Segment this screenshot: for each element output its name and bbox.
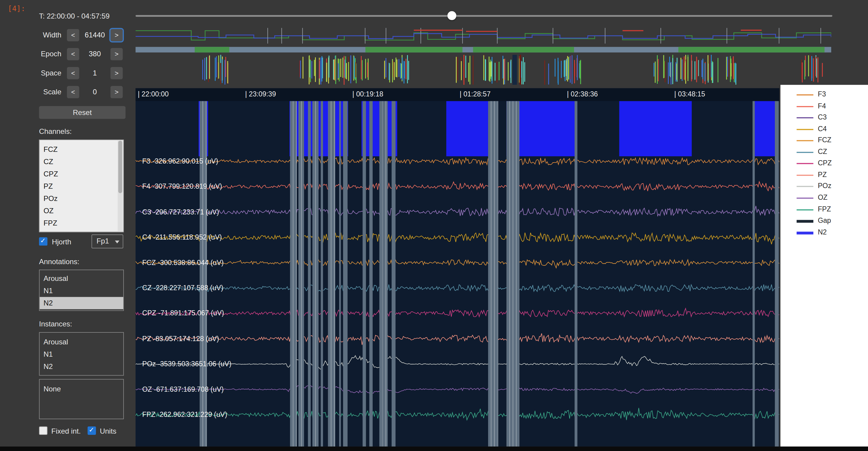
channels-scrollbar-thumb[interactable] [118, 141, 122, 193]
space-value: 1 [81, 67, 110, 79]
scale-increment-button[interactable]: > [111, 86, 123, 98]
annotations-list-item[interactable]: Arousal [39, 273, 123, 285]
legend-line-swatch [797, 140, 813, 141]
gap-band [363, 101, 366, 447]
channels-list-item[interactable]: FCZ [39, 143, 123, 156]
channels-scrollbar[interactable] [118, 141, 123, 231]
eeg-trace-CPZ [135, 308, 779, 318]
annotations-label: Annotations: [39, 257, 80, 265]
activity-strip[interactable] [135, 55, 831, 85]
legend-item: FPZ [797, 204, 864, 215]
legend-line-swatch [797, 152, 813, 153]
stage-bar[interactable] [135, 47, 831, 53]
legend-item-label: OZ [818, 194, 827, 201]
channel-label: PZ -83.057:174.128 (uV) [143, 335, 219, 343]
annotations-list-item[interactable]: N1 [39, 285, 123, 297]
legend-item: FCZ [797, 135, 864, 146]
channels-label: Channels: [39, 127, 72, 136]
hypnogram-overview[interactable] [135, 27, 831, 45]
space-stepper: Space < 1 > [39, 67, 124, 79]
epoch-label: Epoch [39, 48, 62, 60]
legend-item-label: CZ [818, 148, 827, 156]
eeg-trace-FCZ [135, 260, 779, 268]
scale-decrement-button[interactable]: < [67, 86, 79, 98]
annotations-list-item[interactable]: N2 [39, 297, 123, 309]
stage-bar-segment [473, 47, 574, 53]
scale-value: 0 [81, 86, 110, 98]
reset-button[interactable]: Reset [39, 106, 126, 119]
legend-item-label: N2 [818, 228, 827, 236]
units-checkbox[interactable] [88, 426, 96, 435]
width-decrement-button[interactable]: < [67, 29, 79, 41]
annotations-listbox[interactable]: ArousalN1N2N3 [39, 270, 124, 311]
gap-band [575, 101, 577, 447]
time-slider-handle[interactable] [447, 11, 457, 20]
channels-list-item[interactable]: CPZ [39, 168, 123, 180]
legend-line-swatch [797, 175, 813, 176]
space-decrement-button[interactable]: < [67, 67, 79, 79]
gap-band [369, 101, 372, 447]
width-increment-button[interactable]: > [111, 29, 123, 41]
instances-empty-listbox[interactable]: None [39, 379, 124, 419]
gap-band [489, 101, 498, 447]
legend-line-swatch [797, 94, 813, 95]
fixed-int-checkbox[interactable] [39, 426, 48, 435]
channel-label: OZ -671.637:169.708 (uV) [143, 386, 224, 393]
gap-band [343, 101, 347, 447]
bottom-bar [0, 447, 868, 451]
channel-label: FCZ -300.538:86.044 (uV) [143, 259, 224, 266]
channels-listbox[interactable]: FCZCZCPZPZPOzOZFPZ [39, 140, 124, 232]
instances-empty-list-item[interactable]: None [39, 383, 123, 395]
gap-band [313, 101, 318, 447]
units-label: Units [100, 427, 116, 435]
instances-listbox[interactable]: ArousalN1N2 [39, 332, 124, 375]
legend-item: CZ [797, 147, 864, 158]
eeg-trace-C3 [135, 206, 779, 217]
epoch-value: 380 [81, 48, 110, 60]
epoch-increment-button[interactable]: > [111, 48, 123, 60]
time-tick: | 22:00:00 [138, 90, 169, 98]
instances-list-item[interactable]: N1 [39, 348, 123, 361]
channels-list-item[interactable]: PZ [39, 180, 123, 193]
space-label: Space [39, 67, 62, 79]
legend-item: F4 [797, 101, 864, 112]
eeg-trace-PZ [135, 333, 779, 345]
epoch-decrement-button[interactable]: < [67, 48, 79, 60]
legend-item: OZ [797, 193, 864, 204]
time-tick: | 23:09:39 [245, 90, 276, 98]
gap-band [299, 101, 304, 447]
channels-list-item[interactable]: POz [39, 193, 123, 205]
instances-list-item[interactable]: N2 [39, 361, 123, 373]
legend-line-swatch [797, 106, 813, 107]
hjorth-channel-dropdown[interactable]: Fp1 [92, 234, 123, 249]
fixed-int-label: Fixed int. [52, 427, 81, 435]
time-slider-track[interactable] [135, 15, 832, 17]
legend-item-label: CPZ [818, 159, 832, 167]
legend-item-label: POz [818, 182, 831, 190]
legend-line-swatch [797, 186, 813, 187]
width-stepper: Width < 61440 > [39, 29, 124, 41]
eeg-trace-POz [135, 356, 779, 370]
space-increment-button[interactable]: > [111, 67, 123, 79]
legend-item: CPZ [797, 158, 864, 169]
legend-item: Gap [797, 216, 864, 227]
legend-item: POz [797, 181, 864, 192]
channels-list-item[interactable]: OZ [39, 205, 123, 217]
eeg-plot[interactable]: F3 -326.962:90.015 (uV)F4 -307.799:120.8… [135, 88, 779, 447]
time-range-label: T: 22:00:00 - 04:57:59 [39, 12, 110, 20]
gap-band [290, 101, 297, 447]
channels-list-item[interactable]: FPZ [39, 217, 123, 229]
channels-list-item[interactable]: CZ [39, 156, 123, 168]
width-label: Width [39, 29, 62, 41]
eeg-trace-FPZ [135, 408, 779, 421]
hjorth-label: Hjorth [52, 238, 71, 246]
eeg-trace-CZ [135, 284, 779, 294]
time-tick: | 03:48:15 [674, 90, 705, 98]
legend-line-swatch [797, 198, 813, 199]
hjorth-checkbox[interactable] [39, 237, 48, 246]
channel-label: C4 -211.556:118.952 (uV) [143, 233, 222, 241]
instances-list-item[interactable]: Arousal [39, 336, 123, 348]
legend-line-swatch [797, 163, 813, 164]
annotations-list-item[interactable]: N3 [39, 309, 123, 311]
eeg-traces [135, 88, 779, 447]
